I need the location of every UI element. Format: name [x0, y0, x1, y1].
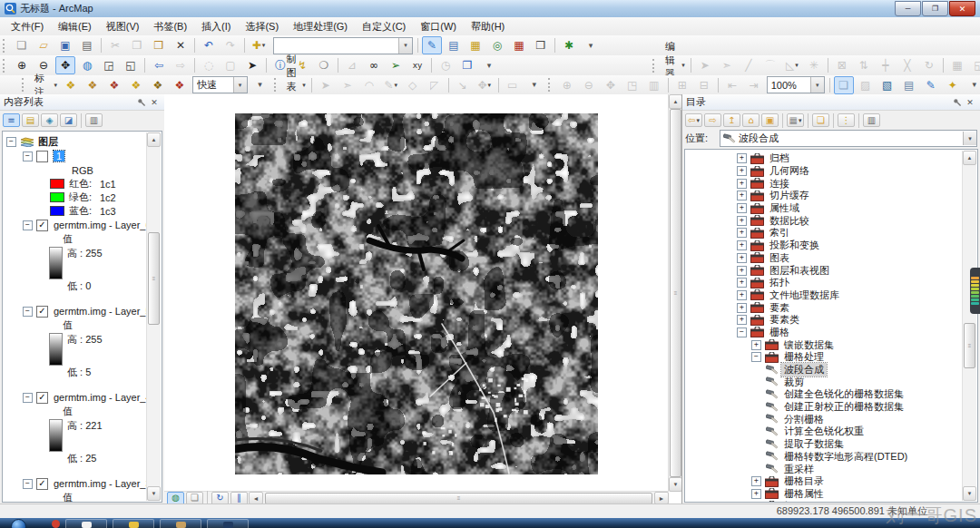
menu-item-2[interactable]: 视图(V) — [99, 18, 147, 35]
editor-toolbar-toggle-icon[interactable]: ✎ — [422, 36, 442, 54]
collapse-icon[interactable]: − — [751, 352, 761, 362]
map-image[interactable] — [235, 113, 598, 474]
print-preview-icon[interactable]: ▤ — [899, 76, 919, 94]
collapse-icon[interactable]: − — [6, 137, 16, 147]
print-icon[interactable]: ▤ — [77, 36, 97, 54]
scroll-up-icon[interactable]: ▲ — [669, 94, 682, 109]
map-vertical-scrollbar[interactable]: ▲ ≡ ▼ — [668, 94, 682, 492]
layer-label[interactable]: germtm.img - Layer_3 — [54, 478, 152, 489]
data-driven-pages-icon[interactable]: ▧ — [877, 76, 897, 94]
layer-visibility-checkbox[interactable]: ✓ — [36, 220, 48, 231]
pause-labeling-icon[interactable]: ❖ — [148, 76, 168, 94]
pin-icon[interactable] — [951, 96, 964, 108]
toggle-contents-panel-icon[interactable]: ⋮ — [838, 113, 855, 127]
scrollbar-thumb[interactable]: ≡ — [670, 109, 681, 477]
menu-item-6[interactable]: 地理处理(G) — [286, 18, 355, 35]
delete-icon[interactable]: ✕ — [171, 36, 191, 54]
find-route-icon[interactable]: ➢ — [386, 56, 406, 74]
html-popup-icon[interactable]: ❍ — [314, 56, 334, 74]
dropdown-arrow-icon[interactable]: ▾ — [963, 132, 976, 145]
home-folder-icon[interactable]: ⌂ — [742, 113, 760, 127]
layer-label[interactable]: 1 — [54, 151, 64, 161]
new-map-icon[interactable]: ❏ — [12, 36, 32, 54]
search-window-icon[interactable]: ◎ — [487, 36, 507, 54]
pinned-app-red[interactable] — [52, 520, 60, 528]
expand-icon[interactable]: + — [737, 290, 747, 300]
expand-icon[interactable]: + — [751, 476, 761, 486]
close-button[interactable]: ✕ — [949, 1, 975, 16]
menu-item-3[interactable]: 书签(B) — [146, 18, 194, 35]
layout-view-button[interactable]: ❏ — [186, 492, 203, 505]
expand-icon[interactable]: + — [737, 253, 747, 263]
expand-icon[interactable]: + — [751, 502, 761, 503]
location-combo[interactable]: 波段合成 ▾ — [720, 130, 977, 147]
expand-icon[interactable]: + — [737, 179, 747, 189]
table-of-contents-icon[interactable]: ▤ — [444, 36, 464, 54]
collapse-icon[interactable]: − — [737, 328, 747, 337]
label-priority-icon[interactable]: ❖ — [83, 76, 103, 94]
scroll-left-icon[interactable]: ◄ — [249, 492, 263, 504]
menu-item-8[interactable]: 窗口(W) — [413, 18, 464, 35]
menu-item-4[interactable]: 插入(I) — [194, 18, 238, 35]
back-icon[interactable]: ⇦▾ — [685, 113, 702, 127]
model-builder-icon[interactable]: ✱ — [559, 36, 579, 54]
list-by-selection-icon[interactable]: ◪ — [60, 113, 77, 127]
toggle-draft-mode-icon[interactable]: ❏ — [834, 76, 854, 94]
scroll-down-icon[interactable]: ▼ — [669, 477, 682, 492]
pin-icon[interactable] — [135, 96, 148, 108]
fixed-zoom-in-icon[interactable]: ◲ — [99, 56, 119, 74]
toolbar-overflow-icon[interactable]: ▾ — [581, 36, 601, 54]
taskbar-app-tan[interactable] — [160, 519, 201, 528]
page-setup-icon[interactable]: ✦ — [943, 76, 963, 94]
undo-icon[interactable]: ↶ — [199, 36, 219, 54]
representation-menu-button[interactable]: 制图表达(A)▾ — [283, 76, 308, 94]
back-extent-icon[interactable]: ⇦ — [149, 56, 169, 74]
add-data-icon[interactable]: ✚▾ — [249, 36, 269, 54]
view-unplaced-labels-icon[interactable]: ❖ — [170, 76, 190, 94]
list-by-source-icon[interactable]: ▤ — [22, 113, 39, 127]
taskbar-app-yellow[interactable] — [113, 519, 154, 528]
maximize-button[interactable]: ❐ — [922, 1, 948, 16]
expand-icon[interactable]: + — [737, 315, 747, 325]
toolbar-overflow-icon[interactable]: ▾ — [524, 76, 544, 94]
scroll-up-icon[interactable]: ▲ — [147, 132, 161, 147]
taskbar-app-dark[interactable] — [207, 519, 249, 528]
refresh-view-icon[interactable]: ↻ — [211, 492, 229, 505]
dropdown-arrow-icon[interactable]: ▾ — [398, 38, 412, 54]
screen-edge-widget[interactable] — [970, 268, 980, 314]
expand-icon[interactable]: + — [737, 228, 747, 238]
expand-icon[interactable]: + — [737, 278, 747, 288]
catalog-options-icon[interactable]: ▥ — [863, 113, 880, 127]
connect-folder-icon[interactable]: ❏ — [812, 113, 829, 127]
paste-icon[interactable]: ❒ — [149, 36, 169, 54]
map-horizontal-scrollbar[interactable]: ◍❏↻∥ ◄ ≡ ► — [164, 491, 669, 504]
scrollbar-thumb[interactable]: ≡ — [265, 493, 652, 504]
toolset-label[interactable]: 栅格数据集 — [781, 500, 837, 503]
lock-labels-icon[interactable]: ❖ — [126, 76, 146, 94]
scrollbar-thumb[interactable]: ≡ — [148, 232, 160, 325]
expand-icon[interactable]: + — [751, 489, 761, 499]
toolbar-grip[interactable] — [274, 78, 279, 92]
expand-icon[interactable]: + — [737, 240, 747, 250]
layer-visibility-checkbox[interactable]: ✓ — [36, 306, 48, 318]
up-one-level-icon[interactable]: ↥ — [723, 113, 740, 127]
expand-icon[interactable]: + — [737, 303, 747, 313]
group-label[interactable]: 图层 — [38, 135, 58, 149]
page-pencil-icon[interactable]: ✎ — [921, 76, 941, 94]
toolbar-grip[interactable] — [548, 78, 553, 92]
toolbar-overflow-icon[interactable]: ▾ — [479, 56, 499, 74]
expand-icon[interactable]: + — [737, 266, 747, 276]
collapse-icon[interactable]: − — [23, 307, 33, 317]
expand-icon[interactable]: + — [737, 153, 747, 163]
dropdown-arrow-icon[interactable]: ▾ — [233, 77, 247, 93]
toolbar-overflow-icon[interactable]: ▾ — [965, 76, 980, 94]
dropdown-arrow-icon[interactable]: ▾ — [810, 77, 824, 93]
pause-drawing-icon[interactable]: ∥ — [230, 492, 248, 505]
data-view-button[interactable]: ◍ — [167, 492, 184, 505]
default-geodatabase-icon[interactable]: ▣ — [761, 113, 779, 127]
toc-options-icon[interactable]: ▥ — [85, 113, 103, 127]
close-panel-icon[interactable]: ✕ — [964, 96, 976, 108]
full-extent-icon[interactable]: ◍ — [77, 56, 97, 74]
catalog-scrollbar[interactable]: ▲ ≡ ▼ — [962, 151, 976, 501]
menu-item-0[interactable]: 文件(F) — [4, 18, 51, 35]
